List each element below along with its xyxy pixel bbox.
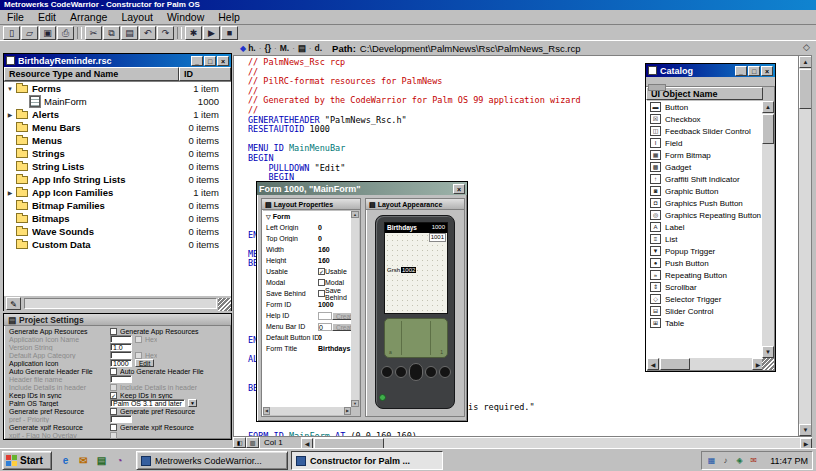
editor-toggle-2[interactable]: ▥ [246, 437, 259, 448]
palm-screen[interactable]: Birthdays 1000 1001 Grsh1002 [384, 222, 448, 314]
resource-horizontal-scrollbar[interactable] [24, 298, 217, 309]
minimize-icon[interactable]: _ [191, 56, 203, 66]
start-button[interactable]: Start [2, 451, 52, 470]
scroll-down-icon[interactable]: ▼ [762, 346, 774, 358]
catalog-item-label[interactable]: ALabel [647, 221, 764, 233]
scroll-up-icon[interactable]: ▲ [762, 101, 774, 113]
menu-window[interactable]: Window [160, 10, 211, 25]
resource-row[interactable]: App Info String Lists0 items [4, 173, 231, 186]
paste-icon[interactable]: ▤ [121, 26, 138, 40]
ie-icon[interactable]: e [58, 453, 73, 468]
catalog-item-repeating-button[interactable]: »Repeating Button [647, 269, 764, 281]
schedule-icon[interactable]: ✉ [748, 455, 759, 466]
volume-icon[interactable]: ♪ [720, 455, 731, 466]
chevron-down-icon[interactable]: ▼ [188, 399, 197, 407]
catalog-item-scrollbar[interactable]: ⇕Scrollbar [647, 281, 764, 293]
checkbox-icon[interactable] [110, 408, 117, 415]
scroll-up-icon[interactable]: ▲ [799, 56, 812, 68]
property-value[interactable]: 0 [318, 334, 322, 341]
doc-popup[interactable]: d. [313, 43, 325, 53]
catalog-item-graphic-button[interactable]: ◙Graphic Button [647, 185, 764, 197]
menu-help[interactable]: Help [211, 10, 247, 25]
show-desktop-icon[interactable]: ▤ [94, 453, 109, 468]
scroll-thumb[interactable] [762, 114, 774, 144]
menu-file[interactable]: File [0, 10, 31, 25]
property-value[interactable]: 160 [318, 246, 330, 253]
resource-row[interactable]: ▶App Icon Families1 item [4, 186, 231, 199]
copy-icon[interactable]: ⧉ [103, 26, 120, 40]
edit-button[interactable]: Edit [135, 359, 154, 367]
property-group-header[interactable]: ▽Form [263, 211, 351, 222]
catalog-item-field[interactable]: IField [647, 137, 764, 149]
stop-icon[interactable]: ■ [221, 26, 238, 40]
resource-row[interactable]: Strings0 items [4, 147, 231, 160]
editor-horizontal-scrollbar[interactable]: ◀ ▶ [301, 437, 812, 448]
property-value[interactable]: 160 [318, 257, 330, 264]
scroll-left-icon[interactable]: ◀ [647, 358, 659, 370]
column-header-name[interactable]: Resource Type and Name [4, 67, 179, 81]
widget-tag[interactable]: 1001 [429, 233, 446, 242]
catalog-item-checkbox[interactable]: ☒Checkbox [647, 113, 764, 125]
expand-arrow-icon[interactable]: ▶ [4, 189, 16, 196]
cut-icon[interactable]: ✂ [85, 26, 102, 40]
resize-grip-icon[interactable] [762, 358, 774, 370]
catalog-item-graphics-repeating-button[interactable]: ◎Graphics Repeating Button [647, 209, 764, 221]
resource-row[interactable]: String Lists0 items [4, 160, 231, 173]
run-icon[interactable]: ▶ [203, 26, 220, 40]
collapse-arrow-icon[interactable]: ▽ [266, 213, 271, 220]
resource-row[interactable]: Custom Data0 items [4, 238, 231, 251]
main-window-titlebar[interactable]: Metrowerks CodeWarrior - Constructor for… [0, 0, 816, 10]
property-value[interactable]: 0 [318, 224, 322, 231]
catalog-item-form-bitmap[interactable]: ▦Form Bitmap [647, 149, 764, 161]
value-field[interactable]: 1000 [110, 359, 132, 367]
checkbox-icon[interactable]: ✓ [318, 268, 325, 275]
maximize-icon[interactable]: □ [204, 56, 216, 66]
form-label-widget[interactable]: Grsh1002 [387, 267, 416, 273]
scroll-thumb[interactable] [660, 358, 690, 370]
checkbox-icon[interactable] [110, 328, 117, 335]
braces-popup[interactable]: {} [262, 43, 273, 53]
resource-row[interactable]: Wave Sounds0 items [4, 225, 231, 238]
menu-layout[interactable]: Layout [114, 10, 160, 25]
open-icon[interactable]: ▱ [21, 26, 38, 40]
property-value[interactable]: 0 [318, 235, 322, 242]
resource-row[interactable]: ▶Alerts1 item [4, 108, 231, 121]
close-icon[interactable]: × [453, 184, 465, 194]
compile-icon[interactable]: ✱ [185, 26, 202, 40]
catalog-item-push-button[interactable]: ●Push Button [647, 257, 764, 269]
channels-icon[interactable]: ◔ [112, 453, 127, 468]
selected-widget-tag[interactable]: 1000 [431, 224, 446, 231]
catalog-horizontal-scrollbar[interactable]: ◀ ▶ [647, 358, 764, 370]
checkbox-icon[interactable] [110, 368, 117, 375]
project-settings-titlebar[interactable]: ▤ Project Settings [4, 314, 231, 326]
close-icon[interactable]: × [217, 56, 229, 66]
resize-grip-icon[interactable] [218, 298, 231, 311]
catalog-column-header[interactable]: UI Object Name [646, 87, 763, 100]
edit-pencil-icon[interactable]: ✎ [6, 297, 21, 310]
task-button[interactable]: Metrowerks CodeWarrior... [136, 451, 288, 470]
property-value[interactable]: 1000 [318, 301, 334, 308]
catalog-item-list[interactable]: ≡List [647, 233, 764, 245]
catalog-item-table[interactable]: ⊞Table [647, 317, 764, 329]
scroll-thumb[interactable] [799, 69, 812, 109]
expand-arrow-icon[interactable]: ▶ [4, 111, 16, 118]
editor-vertical-scrollbar[interactable]: ▲ ▼ [798, 56, 811, 436]
checkbox-icon[interactable] [318, 279, 325, 286]
property-value[interactable]: Birthdays [318, 345, 350, 352]
markers-popup[interactable]: M. [278, 43, 291, 53]
undo-icon[interactable]: ↶ [139, 26, 156, 40]
catalog-item-gadget[interactable]: ▩Gadget [647, 161, 764, 173]
checkbox-icon[interactable] [318, 290, 325, 297]
display-icon[interactable]: ◈ [734, 455, 745, 466]
save-icon[interactable]: ▣ [39, 26, 56, 40]
catalog-item-graffiti-shift-indicator[interactable]: ↑Graffiti Shift Indicator [647, 173, 764, 185]
resource-row[interactable]: ▼Forms1 item [4, 82, 231, 95]
resource-row[interactable]: Bitmaps0 items [4, 212, 231, 225]
catalog-item-slider-control[interactable]: ⊟Slider Control [647, 305, 764, 317]
header-popup[interactable]: h. [246, 43, 258, 53]
keyboard-layout-icon[interactable]: ▦ [706, 455, 717, 466]
resource-row[interactable]: Menus0 items [4, 134, 231, 147]
catalog-item-popup-trigger[interactable]: ▼Popup Trigger [647, 245, 764, 257]
menu-arrange[interactable]: Arrange [63, 10, 114, 25]
properties-horizontal-scrollbar[interactable]: ◀ ▶ [263, 407, 351, 415]
